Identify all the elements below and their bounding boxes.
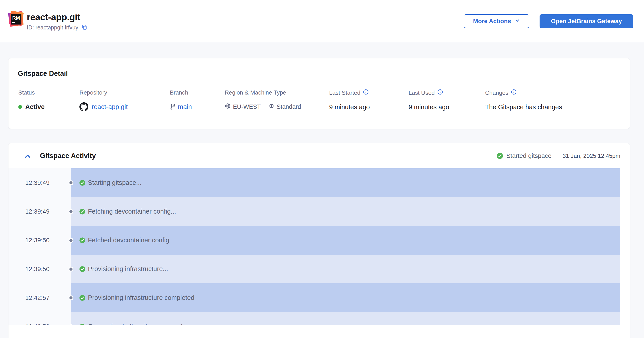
log-message: Fetching devcontainer config... — [88, 208, 176, 215]
info-icon[interactable] — [437, 89, 443, 96]
info-icon[interactable] — [511, 89, 516, 96]
status-value: Active — [25, 103, 45, 111]
log-message: Provisioning infrastructure completed — [88, 294, 194, 302]
region-value: EU-WEST — [233, 103, 261, 110]
more-actions-label: More Actions — [473, 18, 511, 25]
timeline-dot-icon — [68, 180, 74, 185]
check-circle-icon — [496, 152, 503, 159]
log-row: 12:42:58 Connecting to the gitspace agen… — [8, 312, 620, 325]
branch-label: Branch — [170, 89, 188, 96]
log-message: Provisioning infrastructure... — [88, 265, 168, 273]
last-used-label: Last Used — [408, 89, 435, 96]
log-message: Starting gitspace... — [88, 179, 142, 186]
field-branch: Branch main — [170, 89, 192, 112]
globe-icon — [225, 103, 231, 111]
log-timestamp: 12:39:49 — [25, 208, 50, 215]
copy-id-button[interactable] — [82, 24, 87, 31]
page-title: react-app.git — [27, 12, 87, 22]
open-jetbrains-gateway-button[interactable]: Open JetBrains Gateway — [540, 14, 633, 28]
log-timestamp: 12:39:50 — [25, 237, 50, 244]
log-row: 12:39:50 Fetched devcontainer config — [8, 226, 620, 255]
gitspace-activity-card: Gitspace Activity Started gitspace 31 Ja… — [8, 143, 630, 338]
github-icon — [80, 102, 88, 111]
collapse-activity-button[interactable] — [24, 152, 31, 160]
log-row: 12:39:49 Starting gitspace... — [8, 168, 620, 197]
check-circle-icon — [79, 266, 86, 272]
log-row: 12:39:50 Provisioning infrastructure... — [8, 255, 620, 283]
last-used-value: 9 minutes ago — [408, 103, 449, 111]
timeline-dot-icon — [68, 238, 74, 243]
log-message: Fetched devcontainer config — [88, 237, 169, 244]
field-changes: Changes The Gitspace has changes — [485, 89, 562, 112]
repository-link[interactable]: react-app.git — [92, 103, 128, 111]
chevron-up-icon — [24, 154, 31, 160]
field-status: Status Active — [18, 89, 45, 112]
log-row: 12:39:49 Fetching devcontainer config... — [8, 197, 620, 226]
check-circle-icon — [79, 324, 86, 325]
status-dot-icon — [18, 105, 22, 109]
chevron-down-icon — [514, 18, 520, 25]
activity-title: Gitspace Activity — [40, 152, 96, 160]
log-timestamp: 12:42:58 — [25, 323, 50, 325]
activity-status-date: 31 Jan, 2025 12:45pm — [562, 152, 620, 159]
last-started-value: 9 minutes ago — [329, 103, 370, 111]
more-actions-button[interactable]: More Actions — [464, 14, 529, 28]
changes-value: The Gitspace has changes — [485, 103, 562, 111]
branch-link[interactable]: main — [178, 103, 192, 111]
machine-type-value: Standard — [277, 103, 301, 110]
check-circle-icon — [79, 180, 86, 186]
info-icon[interactable] — [363, 89, 369, 96]
changes-label: Changes — [485, 89, 508, 96]
machine-type-icon — [268, 103, 274, 111]
log-message: Connecting to the gitspace agent — [88, 323, 182, 325]
status-label: Status — [18, 89, 35, 96]
gitspace-id: ID: reactappgit-lrfvuy — [27, 24, 78, 31]
field-last-used: Last Used 9 minutes ago — [408, 89, 449, 112]
timeline-dot-icon — [68, 296, 74, 300]
timeline-dot-icon — [68, 209, 74, 214]
page-header: RM react-app.git ID: reactappgit-lrfvuy — [0, 0, 644, 42]
rubymine-logo-icon: RM — [8, 11, 24, 27]
copy-icon — [82, 24, 87, 31]
field-last-started: Last Started 9 minutes ago — [329, 89, 370, 112]
repository-label: Repository — [80, 89, 107, 96]
field-repository: Repository react-app.git — [80, 89, 128, 112]
activity-log[interactable]: 12:39:49 Starting gitspace... 12:39:49 F… — [8, 168, 620, 325]
activity-status-label: Started gitspace — [506, 152, 552, 159]
check-circle-icon — [79, 208, 86, 215]
timeline-dot-icon — [68, 267, 74, 272]
detail-card-title: Gitspace Detail — [18, 69, 68, 78]
gitspace-detail-card: Gitspace Detail Status Active Repository… — [8, 58, 630, 129]
check-circle-icon — [79, 237, 86, 244]
field-region-machine: Region & Machine Type EU-WEST Standard — [225, 89, 301, 112]
log-row: 12:42:57 Provisioning infrastructure com… — [8, 283, 620, 312]
last-started-label: Last Started — [329, 89, 360, 96]
region-machine-label: Region & Machine Type — [225, 89, 286, 96]
log-timestamp: 12:42:57 — [25, 294, 50, 302]
log-timestamp: 12:39:49 — [25, 179, 50, 186]
check-circle-icon — [79, 295, 86, 301]
git-branch-icon — [170, 104, 176, 110]
log-timestamp: 12:39:50 — [25, 266, 50, 273]
